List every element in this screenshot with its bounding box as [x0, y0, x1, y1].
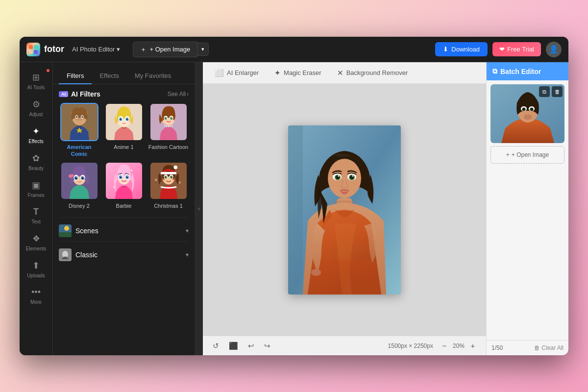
canvas-bottom-bar: ↺ ⬛ ↩ ↪ 1500px × 2250px − 20% +: [203, 336, 486, 355]
magic-eraser-icon: ✦: [274, 69, 281, 77]
sidebar-item-elements[interactable]: ❖ Elements: [22, 229, 50, 255]
svg-rect-75: [59, 232, 72, 237]
batch-list-item[interactable]: ⧉ 🗑: [490, 84, 564, 143]
chevron-right-icon: ›: [187, 91, 189, 98]
svg-point-68: [166, 176, 167, 177]
tab-effects[interactable]: Effects: [92, 68, 127, 84]
svg-point-23: [128, 121, 132, 122]
more-icon: •••: [31, 287, 41, 297]
canvas-image-container: [288, 125, 401, 294]
canvas-main: [203, 84, 486, 336]
classic-title: Classic: [59, 248, 98, 261]
filter-thumb: [105, 103, 143, 141]
download-button[interactable]: ⬇ Download: [435, 42, 488, 56]
rotate-tool-button[interactable]: ↺: [211, 340, 221, 352]
sidebar-item-uploads[interactable]: ⬆ Uploads: [22, 256, 50, 282]
svg-point-30: [166, 118, 167, 119]
svg-point-89: [338, 175, 340, 176]
filter-thumb: [149, 103, 188, 141]
filter-item-christmas-1[interactable]: ❄ ❄ Christmas 1: [148, 162, 189, 209]
undo-button[interactable]: ↩: [246, 340, 256, 352]
svg-rect-82: [288, 125, 303, 294]
batch-layers-button[interactable]: ⧉: [539, 86, 550, 97]
svg-point-66: [164, 175, 167, 178]
icon-sidebar: ⊞ AI Tools ⚙ Adjust ✦ Effects ✿ Beauty ▣…: [20, 62, 53, 355]
sidebar-item-adjust[interactable]: ⚙ Adjust: [22, 95, 50, 121]
background-remover-tool[interactable]: ✕ Background Remover: [333, 67, 412, 79]
zoom-level: 20%: [453, 343, 465, 349]
scenes-section: Scenes ▾: [59, 217, 189, 239]
logo-text: fotor: [44, 44, 64, 54]
effects-icon: ✦: [32, 126, 40, 137]
open-image-label: + Open Image: [149, 46, 190, 53]
batch-footer: 1/50 🗑 Clear All: [487, 340, 568, 355]
app-name-chevron: ▾: [117, 46, 120, 53]
scenes-title: Scenes: [59, 224, 98, 237]
svg-text:✦: ✦: [130, 169, 133, 173]
free-trial-button[interactable]: ❤ Free Trial: [492, 42, 541, 56]
filter-item-fashion-cartoon[interactable]: Fashion Cartoon: [148, 103, 189, 158]
avatar-button[interactable]: 👤: [546, 42, 562, 57]
background-remover-icon: ✕: [337, 69, 343, 77]
filter-item-barbie[interactable]: ✦ ★ Barbie: [103, 162, 144, 209]
sidebar-item-frames[interactable]: ▣ Frames: [22, 176, 50, 202]
magic-eraser-label: Magic Eraser: [284, 69, 321, 76]
sidebar-item-effects[interactable]: ✦ Effects: [22, 122, 50, 148]
background-remover-label: Background Remover: [346, 69, 408, 76]
sidebar-item-ai-tools[interactable]: ⊞ AI Tools: [22, 68, 50, 94]
sidebar-item-label: Frames: [28, 193, 45, 198]
batch-open-image-label: + Open Image: [512, 151, 549, 158]
tab-favorites[interactable]: My Favorites: [127, 68, 179, 84]
filter-thumb: [60, 103, 98, 141]
filter-thumb: ✦ ★: [105, 162, 143, 200]
sidebar-item-beauty[interactable]: ✿ Beauty: [22, 149, 50, 175]
zoom-in-button[interactable]: +: [467, 341, 478, 351]
canvas-toolbar: ⬜ AI Enlarger ✦ Magic Eraser ✕ Backgroun…: [203, 62, 486, 84]
app-name-button[interactable]: AI Photo Editor ▾: [69, 44, 123, 55]
filter-item-anime-1[interactable]: Anime 1: [103, 103, 144, 158]
open-image-main-button[interactable]: ＋ + Open Image: [133, 42, 197, 57]
filter-item-disney-2[interactable]: Disney 2: [59, 162, 99, 209]
filter-thumb: ❄ ❄: [149, 162, 188, 200]
avatar-icon: 👤: [549, 45, 559, 54]
svg-point-31: [171, 118, 172, 119]
redo-button[interactable]: ↪: [262, 340, 272, 352]
filter-thumb: [60, 162, 98, 200]
svg-point-70: [161, 178, 165, 180]
see-all-button[interactable]: See All ›: [168, 91, 189, 98]
batch-img-controls: ⧉ 🗑: [539, 86, 563, 97]
free-trial-label: Free Trial: [507, 46, 534, 53]
svg-text:❄: ❄: [154, 178, 157, 182]
filter-item-american-comic[interactable]: American Comic: [59, 103, 99, 158]
sidebar-item-label: Effects: [28, 139, 43, 144]
magic-eraser-tool[interactable]: ✦ Magic Eraser: [270, 67, 325, 79]
classic-collapse-header[interactable]: Classic ▾: [59, 246, 189, 263]
ai-enlarger-tool[interactable]: ⬜ AI Enlarger: [211, 67, 263, 79]
filter-label: Anime 1: [114, 144, 133, 150]
adjust-icon: ⚙: [32, 99, 40, 110]
beauty-icon: ✿: [32, 153, 40, 164]
svg-point-67: [170, 175, 172, 178]
filters-body: AI AI Filters See All ›: [53, 84, 195, 355]
scenes-collapse-header[interactable]: Scenes ▾: [59, 222, 189, 239]
clear-all-label: Clear All: [541, 344, 564, 351]
trash-icon: 🗑: [534, 344, 540, 351]
svg-point-22: [116, 121, 120, 122]
clear-all-button[interactable]: 🗑 Clear All: [534, 344, 564, 351]
sidebar-item-label: Adjust: [29, 112, 43, 117]
crop-tool-button[interactable]: ⬛: [227, 340, 240, 352]
sidebar-item-label: Elements: [26, 246, 47, 251]
arrow-left-icon: ‹: [198, 205, 200, 212]
sidebar-item-more[interactable]: ••• More: [22, 283, 50, 309]
open-image-dropdown-button[interactable]: ▾: [197, 43, 209, 56]
tab-filters[interactable]: Filters: [59, 68, 92, 84]
zoom-out-button[interactable]: −: [439, 341, 450, 351]
ai-badge: AI: [59, 91, 68, 97]
sidebar-item-text[interactable]: T Text: [22, 203, 50, 228]
canvas-area: ⬜ AI Enlarger ✦ Magic Eraser ✕ Backgroun…: [203, 62, 486, 355]
open-image-button-group: ＋ + Open Image ▾: [133, 42, 209, 57]
batch-open-image-button[interactable]: + + Open Image: [490, 146, 564, 164]
batch-delete-button[interactable]: 🗑: [552, 86, 563, 97]
panel-collapse-arrow[interactable]: ‹: [195, 62, 203, 355]
batch-editor-icon: ⧉: [492, 67, 497, 75]
